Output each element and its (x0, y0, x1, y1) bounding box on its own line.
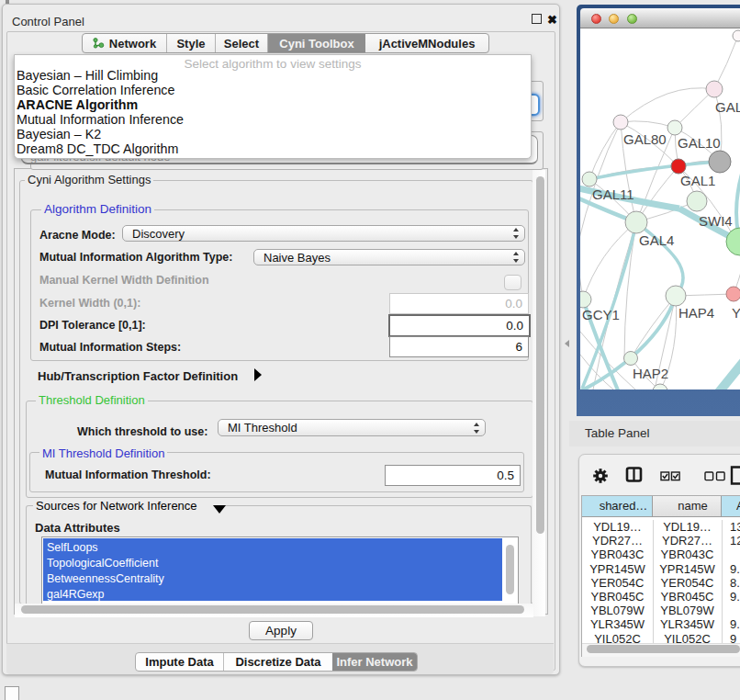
svg-text:GAL: GAL (715, 99, 740, 115)
svg-text:GAL11: GAL11 (592, 186, 634, 202)
svg-text:Y: Y (732, 305, 740, 321)
svg-text:GAL4: GAL4 (639, 232, 674, 248)
svg-text:SWI4: SWI4 (699, 213, 733, 229)
svg-text:HAP2: HAP2 (633, 366, 668, 381)
svg-text:HAP4: HAP4 (678, 305, 714, 321)
svg-text:GAL10: GAL10 (678, 135, 721, 151)
svg-text:GAL1: GAL1 (680, 173, 715, 188)
svg-text:GAL80: GAL80 (623, 131, 667, 147)
svg-text:GCY1: GCY1 (582, 307, 620, 322)
